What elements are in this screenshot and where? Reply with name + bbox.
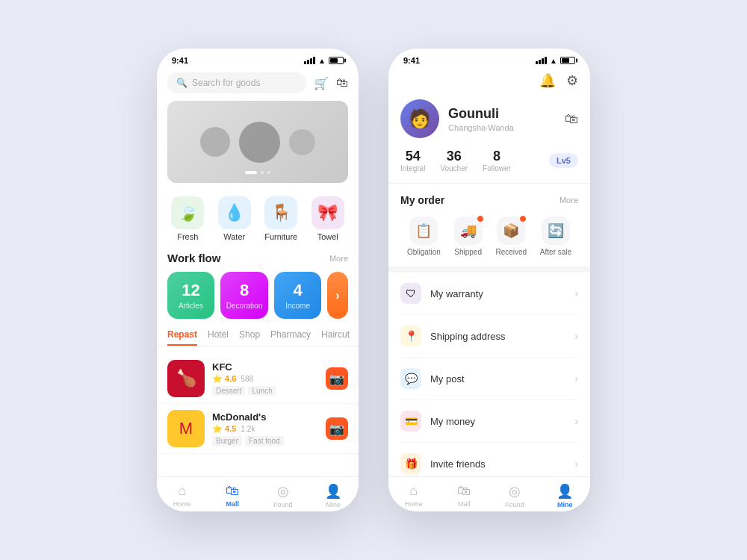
order-received[interactable]: 📦 Received bbox=[495, 217, 527, 256]
cat-label-water: Water bbox=[223, 232, 245, 241]
received-badge bbox=[519, 215, 527, 223]
cart-icon[interactable]: 🛍 bbox=[336, 76, 348, 90]
shipped-icon: 🚚 bbox=[454, 217, 483, 245]
money-label: My money bbox=[430, 416, 565, 427]
menu-money[interactable]: 💳 My money › bbox=[400, 400, 578, 443]
obligation-label: Obligation bbox=[407, 248, 441, 256]
restaurant-kfc[interactable]: 🍗 KFC ⭐ 4.6 588 Dessert Lunch 📷 bbox=[157, 354, 359, 404]
order-section: My order More 📋 Obligation 🚚 Shipped bbox=[388, 184, 590, 273]
nav-mine-left[interactable]: 👤 Mine bbox=[309, 483, 359, 508]
nav-found-left[interactable]: ◎ Found bbox=[258, 483, 309, 508]
avatar: 🧑 bbox=[400, 99, 439, 138]
banner bbox=[167, 101, 348, 183]
restaurant-mcdonalds[interactable]: M McDonald's ⭐ 4.5 1.2k Burger Fast food… bbox=[157, 404, 359, 454]
search-input[interactable]: 🔍 Search for goods bbox=[167, 72, 306, 93]
mcdonalds-tags: Burger Fast food bbox=[212, 436, 318, 446]
wf-card-decoration[interactable]: 8 Decoration bbox=[220, 272, 268, 319]
nav-mall-left[interactable]: 🛍 Mall bbox=[208, 483, 258, 508]
wf-card-articles[interactable]: 12 Articles bbox=[167, 272, 214, 319]
shipping-chevron: › bbox=[574, 330, 578, 342]
nav-label-mall-right: Mall bbox=[458, 500, 471, 508]
kfc-info: KFC ⭐ 4.6 588 Dessert Lunch bbox=[212, 361, 318, 396]
time-right: 9:41 bbox=[403, 56, 420, 65]
wifi-icon: ▲ bbox=[318, 57, 326, 65]
status-icons-right: ▲ bbox=[536, 57, 575, 65]
workflow-cards: 12 Articles 8 Decoration 4 Income › bbox=[157, 272, 359, 329]
right-top-icons: 🔔 ⚙ bbox=[388, 68, 590, 92]
stat-num-integral: 54 bbox=[400, 149, 425, 164]
workflow-more[interactable]: More bbox=[329, 254, 348, 263]
shipping-icon: 📍 bbox=[400, 326, 421, 346]
nav-home-left[interactable]: ⌂ Home bbox=[157, 483, 208, 508]
nav-mall-right[interactable]: 🛍 Mall bbox=[439, 483, 490, 508]
order-header: My order More bbox=[400, 194, 578, 206]
order-shipped[interactable]: 🚚 Shipped bbox=[454, 217, 483, 256]
banner-dots bbox=[245, 171, 270, 174]
cat-furniture[interactable]: 🪑 Furniture bbox=[264, 196, 297, 241]
shipped-label: Shipped bbox=[454, 248, 482, 256]
status-bar-right: 9:41 ▲ bbox=[388, 49, 590, 68]
wf-card-income[interactable]: 4 Income bbox=[274, 272, 321, 319]
mall-icon-right: 🛍 bbox=[457, 483, 471, 499]
nav-home-right[interactable]: ⌂ Home bbox=[388, 483, 439, 508]
cat-towel[interactable]: 🎀 Towel bbox=[311, 196, 344, 241]
tab-repast[interactable]: Repast bbox=[167, 329, 197, 346]
post-label: My post bbox=[430, 373, 565, 385]
bottom-nav-right: ⌂ Home 🛍 Mall ◎ Found 👤 Mine bbox=[388, 476, 590, 511]
order-obligation[interactable]: 📋 Obligation bbox=[407, 217, 441, 256]
tab-pharmacy[interactable]: Pharmacy bbox=[270, 329, 311, 346]
stat-integral: 54 Integral bbox=[400, 149, 425, 172]
nav-found-right[interactable]: ◎ Found bbox=[489, 483, 540, 508]
kfc-logo: 🍗 bbox=[167, 360, 205, 397]
cat-water[interactable]: 💧 Water bbox=[218, 196, 251, 241]
cat-fresh[interactable]: 🍃 Fresh bbox=[171, 196, 204, 241]
kfc-meta: ⭐ 4.6 588 bbox=[212, 374, 318, 384]
kfc-action[interactable]: 📷 bbox=[326, 367, 348, 390]
categories: 🍃 Fresh 💧 Water 🪑 Furniture 🎀 Towel bbox=[157, 193, 359, 252]
tab-hotel[interactable]: Hotel bbox=[208, 329, 229, 346]
battery-icon-right bbox=[560, 57, 575, 64]
nav-label-mine-right: Mine bbox=[557, 501, 573, 508]
nav-label-home-right: Home bbox=[405, 500, 423, 508]
found-icon-left: ◎ bbox=[277, 483, 289, 500]
search-bar: 🔍 Search for goods 🛒 🛍 bbox=[167, 72, 348, 93]
money-chevron: › bbox=[574, 415, 578, 427]
warranty-icon: 🛡 bbox=[400, 283, 421, 304]
order-more[interactable]: More bbox=[560, 196, 578, 205]
mcdonalds-reviews: 1.2k bbox=[241, 425, 255, 433]
shipped-badge bbox=[477, 215, 484, 223]
wf-card-more[interactable]: › bbox=[327, 272, 348, 319]
tab-shop[interactable]: Shop bbox=[239, 329, 260, 346]
wf-num-articles: 12 bbox=[182, 281, 199, 300]
menu-list: 🛡 My warranty › 📍 Shipping address › 💬 M… bbox=[388, 273, 590, 476]
cat-label-towel: Towel bbox=[317, 232, 338, 241]
profile-cart-icon[interactable]: 🛍 bbox=[565, 111, 578, 127]
menu-post[interactable]: 💬 My post › bbox=[400, 358, 578, 400]
profile-location: Changsha·Wanda bbox=[448, 123, 514, 132]
stat-follower: 8 Follower bbox=[483, 149, 511, 172]
kfc-reviews: 588 bbox=[241, 375, 253, 383]
nav-label-found-right: Found bbox=[505, 501, 524, 508]
menu-friends[interactable]: 🎁 Invite friends › bbox=[400, 443, 578, 476]
received-label: Received bbox=[495, 248, 527, 256]
battery-icon bbox=[329, 57, 344, 64]
tab-haircut[interactable]: Haircut bbox=[321, 329, 350, 346]
status-icons-left: ▲ bbox=[304, 57, 344, 65]
wishlist-icon[interactable]: 🛒 bbox=[314, 76, 329, 90]
order-aftersale[interactable]: 🔄 After sale bbox=[540, 217, 571, 256]
friends-chevron: › bbox=[574, 458, 578, 470]
wf-label-income: Income bbox=[285, 302, 310, 310]
settings-icon[interactable]: ⚙ bbox=[566, 72, 578, 89]
search-action-icons: 🛒 🛍 bbox=[314, 76, 348, 90]
menu-warranty[interactable]: 🛡 My warranty › bbox=[400, 273, 578, 315]
nav-label-mall-left: Mall bbox=[226, 500, 239, 508]
menu-shipping[interactable]: 📍 Shipping address › bbox=[400, 315, 578, 358]
workflow-header: Work flow More bbox=[157, 252, 359, 272]
stat-label-follower: Follower bbox=[483, 164, 511, 172]
nav-mine-right[interactable]: 👤 Mine bbox=[540, 483, 591, 508]
profile-info: 🧑 Gounuli Changsha·Wanda bbox=[400, 99, 514, 138]
home-icon-right: ⌂ bbox=[409, 483, 418, 499]
mcdonalds-action[interactable]: 📷 bbox=[326, 417, 348, 440]
notification-icon[interactable]: 🔔 bbox=[539, 72, 556, 89]
friends-label: Invite friends bbox=[430, 458, 565, 470]
